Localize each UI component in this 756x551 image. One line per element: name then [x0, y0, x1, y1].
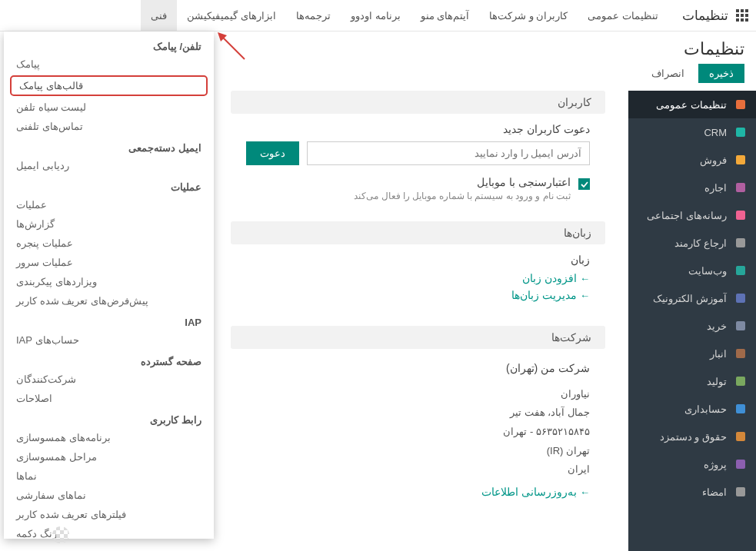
svg-rect-5 [736, 238, 745, 247]
lang-label: زبان [246, 254, 590, 266]
svg-rect-11 [736, 404, 745, 413]
module-icon [734, 486, 747, 498]
dropdown-item[interactable]: لیست سیاه تلفن [4, 98, 214, 117]
module-icon [734, 347, 747, 360]
sidebar-item[interactable]: ارجاع کارمند [628, 229, 756, 257]
dropdown-item[interactable]: اصلاحات [4, 389, 214, 408]
dropdown-header: تلفن/ پیامک [4, 35, 214, 55]
topnav-item[interactable]: برنامه اودوو [341, 0, 411, 31]
section-users-head: کاربران [231, 91, 605, 114]
sidebar-item[interactable]: تولید [628, 367, 756, 395]
sidebar-item[interactable]: وب‌سایت [628, 257, 756, 284]
dropdown-item[interactable]: فیلترهای تعریف شده کاربر [4, 505, 214, 524]
dropdown-item[interactable]: پیامک [4, 55, 214, 74]
dropdown-item[interactable]: مراحل همسوسازی [4, 447, 214, 466]
section-lang-head: زبان‌ها [231, 221, 605, 244]
module-icon [734, 126, 747, 138]
apps-icon[interactable] [736, 9, 748, 22]
sidebar-item-label: تنظیمات عمومی [656, 99, 727, 111]
technical-dropdown: تلفن/ پیامکپیامکقالب‌های پیامکلیست سیاه … [4, 32, 214, 539]
sidebar-item[interactable]: امضاء [628, 478, 756, 506]
manage-lang-link[interactable]: ←مدیریت زبان‌ها [246, 289, 590, 301]
sidebar-item[interactable]: حسابداری [628, 395, 756, 423]
svg-rect-2 [736, 155, 745, 164]
dropdown-item[interactable]: نماها [4, 466, 214, 486]
arrow-icon: ← [580, 486, 590, 498]
dropdown-item[interactable]: تماس‌های تلفنی [4, 117, 214, 136]
topnav-item[interactable]: فنی [141, 0, 177, 31]
module-icon [734, 209, 747, 221]
manage-lang-text: مدیریت زبان‌ها [511, 289, 577, 301]
topnav-item[interactable]: ابزارهای گیمیفیکیشن [177, 0, 286, 31]
sidebar-item[interactable]: حقوق و دستمزد [628, 423, 756, 450]
mobile-auth-hint: ثبت نام و ورود به سیستم با شماره موبایل … [354, 191, 571, 201]
svg-rect-0 [736, 100, 745, 109]
dropdown-item[interactable]: برنامه‌های همسوسازی [4, 428, 214, 447]
top-nav: تنظیمات عمومیکاربران و شرکت‌هاآیتم‌های م… [141, 0, 668, 31]
sidebar-item-label: پروژه [704, 459, 727, 470]
company-line: ایران [246, 460, 590, 480]
svg-rect-13 [736, 460, 745, 469]
dropdown-item[interactable]: رنگ دکمه [4, 524, 214, 539]
sidebar-item[interactable]: CRM [628, 118, 756, 146]
save-button[interactable]: ذخیره [698, 64, 744, 83]
sidebar-item[interactable]: خرید [628, 312, 756, 340]
sidebar-item-label: حقوق و دستمزد [660, 431, 727, 443]
dropdown-item[interactable]: قالب‌های پیامک [10, 75, 208, 96]
svg-rect-4 [736, 211, 745, 220]
dropdown-item[interactable]: نماهای سفارشی [4, 486, 214, 505]
dropdown-item[interactable]: ویزاردهای پیکربندی [4, 272, 214, 291]
svg-rect-7 [736, 294, 745, 303]
section-company-head: شرکت‌ها [231, 326, 605, 349]
topnav-item[interactable]: آیتم‌های منو [411, 0, 480, 31]
module-icon [734, 292, 747, 304]
topnav-item[interactable]: تنظیمات عمومی [578, 0, 668, 31]
dropdown-header: صفحه گسترده [4, 350, 214, 370]
sidebar-item-label: خرید [707, 320, 727, 332]
add-lang-text: افزودن زبان [522, 272, 577, 284]
dropdown-item[interactable]: شرکت‌کنندگان [4, 370, 214, 389]
dropdown-item[interactable]: گزارش‌ها [4, 214, 214, 234]
sidebar-item-label: امضاء [702, 486, 727, 498]
mobile-auth-checkbox[interactable] [578, 178, 590, 190]
invite-button[interactable]: دعوت [246, 141, 299, 165]
arrow-icon: ← [580, 273, 590, 284]
sidebar-item[interactable]: رسانه‌های اجتماعی [628, 201, 756, 229]
sidebar-item[interactable]: تنظیمات عمومی [628, 91, 756, 118]
module-icon [734, 375, 747, 387]
dropdown-item[interactable]: پیش‌فرض‌های تعریف شده کاربر [4, 291, 214, 310]
dropdown-item[interactable]: حساب‌های IAP [4, 330, 214, 350]
dropdown-header: ایمیل دسته‌جمعی [4, 136, 214, 156]
update-company-link[interactable]: ←به‌روزرسانی اطلاعات [246, 486, 590, 498]
settings-sidebar: تنظیمات عمومیCRMفروشاجارهرسانه‌های اجتما… [628, 91, 756, 551]
sidebar-item[interactable]: انبار [628, 340, 756, 367]
dropdown-item[interactable]: عملیات سرور [4, 253, 214, 272]
topnav-item[interactable]: کاربران و شرکت‌ها [479, 0, 578, 31]
topnav-item[interactable]: ترجمه‌ها [286, 0, 341, 31]
module-icon [734, 458, 747, 470]
update-company-text: به‌روزرسانی اطلاعات [481, 486, 577, 498]
dropdown-item[interactable]: ردیابی ایمیل [4, 156, 214, 175]
email-field[interactable] [307, 141, 590, 165]
company-line: نیاوران [246, 385, 590, 404]
svg-rect-9 [736, 349, 745, 358]
sidebar-item[interactable]: آموزش الکترونیک [628, 284, 756, 312]
svg-rect-10 [736, 377, 745, 386]
module-icon [734, 237, 747, 249]
sidebar-item[interactable]: فروش [628, 146, 756, 174]
add-lang-link[interactable]: ←افزودن زبان [246, 272, 590, 284]
sidebar-item-label: CRM [704, 127, 727, 138]
sidebar-item[interactable]: پروژه [628, 450, 756, 478]
svg-rect-3 [736, 183, 745, 192]
discard-button[interactable]: انصراف [644, 64, 692, 83]
sidebar-item[interactable]: اجاره [628, 174, 756, 201]
company-line: جمال آباد، هفت تیر [246, 403, 590, 423]
dropdown-item[interactable]: عملیات [4, 195, 214, 214]
sidebar-item-label: تولید [707, 376, 727, 387]
sidebar-item-label: رسانه‌های اجتماعی [647, 210, 727, 221]
dropdown-item[interactable]: عملیات پنجره [4, 234, 214, 253]
svg-rect-8 [736, 321, 745, 330]
sidebar-item-label: وب‌سایت [688, 265, 727, 277]
invite-label: دعوت کاربران جدید [246, 123, 590, 135]
dropdown-header: عملیات [4, 175, 214, 195]
